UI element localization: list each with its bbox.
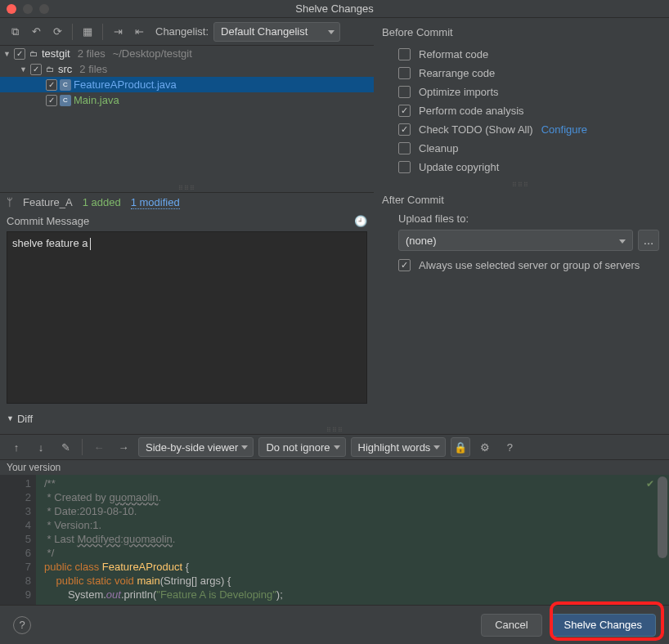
checkbox[interactable] xyxy=(30,64,42,75)
shelve-changes-button[interactable]: Shelve Changes xyxy=(550,614,656,637)
resize-grip[interactable]: ⠿⠿⠿ xyxy=(0,427,669,434)
cancel-button[interactable]: Cancel xyxy=(481,614,541,637)
diff-editor[interactable]: 12345678910 /** * Created by guomaolin. … xyxy=(0,475,669,606)
diff-header[interactable]: ▼Diff xyxy=(0,410,669,427)
upload-label: Upload files to: xyxy=(382,212,659,225)
opt-rearrange[interactable]: Rearrange code xyxy=(382,64,659,83)
folder-icon: 🗀 xyxy=(44,64,56,75)
branch-icon: ᛘ xyxy=(7,196,13,208)
changelist-dropdown[interactable]: Default Changelist xyxy=(213,22,340,42)
modified-count: 1 modified xyxy=(131,196,180,209)
zoom-window-button xyxy=(39,4,49,14)
edit-icon[interactable]: ✎ xyxy=(56,437,75,457)
viewer-mode-dropdown[interactable]: Side-by-side viewer xyxy=(138,437,254,457)
changes-toolbar: ⧉ ↶ ⟳ ▦ ⇥ ⇤ Changelist: Default Changeli… xyxy=(0,18,374,46)
code-content[interactable]: /** * Created by guomaolin. * Date:2019-… xyxy=(36,475,669,606)
forward-icon[interactable]: → xyxy=(114,437,133,457)
history-icon[interactable]: 🕘 xyxy=(354,215,367,227)
opt-update-copyright[interactable]: Update copyright xyxy=(382,158,659,177)
help-icon[interactable]: ? xyxy=(500,437,519,457)
opt-optimize-imports[interactable]: Optimize imports xyxy=(382,83,659,101)
status-line: ᛘ Feature_A 1 added 1 modified xyxy=(0,192,374,212)
vertical-scrollbar[interactable] xyxy=(658,476,667,599)
refresh-icon[interactable]: ⟳ xyxy=(49,24,65,40)
upload-config-button[interactable]: … xyxy=(638,230,659,251)
java-class-icon: C xyxy=(60,79,71,91)
folder-icon: 🗀 xyxy=(28,48,39,60)
opt-code-analysis[interactable]: Perform code analysis xyxy=(382,101,659,120)
commit-message-label: Commit Message xyxy=(7,215,89,227)
before-commit-header: Before Commit xyxy=(382,26,659,38)
tree-file-featureaproduct[interactable]: C FeatureAProduct.java xyxy=(0,77,374,92)
after-commit-header: After Commit xyxy=(382,194,659,206)
java-class-icon: C xyxy=(60,95,71,106)
opt-always-use-server[interactable]: Always use selected server or group of s… xyxy=(382,256,659,275)
opt-reformat[interactable]: Reformat code xyxy=(382,45,659,64)
your-version-label: Your version xyxy=(0,460,669,475)
dialog-footer: ? Cancel Shelve Changes xyxy=(0,605,669,644)
group-by-icon[interactable]: ▦ xyxy=(79,24,96,40)
highlight-mode-dropdown[interactable]: Highlight words xyxy=(351,437,447,457)
tree-src[interactable]: ▼ 🗀 src 2 files xyxy=(0,61,374,77)
resize-grip[interactable]: ⠿⠿⠿ xyxy=(382,181,659,189)
opt-cleanup[interactable]: Cleanup xyxy=(382,139,659,158)
revert-icon[interactable]: ↶ xyxy=(28,24,44,40)
line-gutter: 12345678910 xyxy=(0,475,36,606)
show-diff-icon[interactable]: ⧉ xyxy=(7,24,23,40)
checkbox[interactable] xyxy=(46,79,57,91)
changes-tree[interactable]: ▼ 🗀 testgit 2 files ~/Desktop/testgit ▼ … xyxy=(0,46,374,185)
added-count: 1 added xyxy=(83,196,121,208)
dialog-help-button[interactable]: ? xyxy=(13,616,31,634)
configure-todo-link[interactable]: Configure xyxy=(541,123,587,136)
lock-icon[interactable]: 🔒 xyxy=(451,437,470,457)
ignore-whitespace-dropdown[interactable]: Do not ignore xyxy=(258,437,345,457)
tree-root[interactable]: ▼ 🗀 testgit 2 files ~/Desktop/testgit xyxy=(0,46,374,61)
next-diff-icon[interactable]: ↓ xyxy=(31,437,51,457)
expand-all-icon[interactable]: ⇥ xyxy=(110,24,126,40)
commit-message-input[interactable]: shelve feature a xyxy=(7,231,367,404)
opt-check-todo[interactable]: Check TODO (Show All) Configure xyxy=(382,120,659,139)
title-bar: Shelve Changes xyxy=(0,0,669,18)
prev-diff-icon[interactable]: ↑ xyxy=(7,437,26,457)
upload-server-dropdown[interactable]: (none) xyxy=(398,230,633,251)
tree-file-main[interactable]: C Main.java xyxy=(0,92,374,108)
window-title: Shelve Changes xyxy=(0,2,669,15)
branch-name: Feature_A xyxy=(23,196,73,208)
changelist-label: Changelist: xyxy=(155,25,209,38)
settings-icon[interactable]: ⚙ xyxy=(475,437,495,457)
close-window-button[interactable] xyxy=(7,4,16,14)
collapse-all-icon[interactable]: ⇤ xyxy=(131,24,147,40)
minimize-window-button xyxy=(23,4,33,14)
checkbox[interactable] xyxy=(46,95,57,106)
back-icon: ← xyxy=(89,437,109,457)
resize-grip[interactable]: ⠿⠿⠿ xyxy=(0,185,374,192)
inspection-ok-icon: ✔ xyxy=(646,478,654,490)
checkbox[interactable] xyxy=(14,48,25,60)
diff-toolbar: ↑ ↓ ✎ ← → Side-by-side viewer Do not ign… xyxy=(0,434,669,460)
